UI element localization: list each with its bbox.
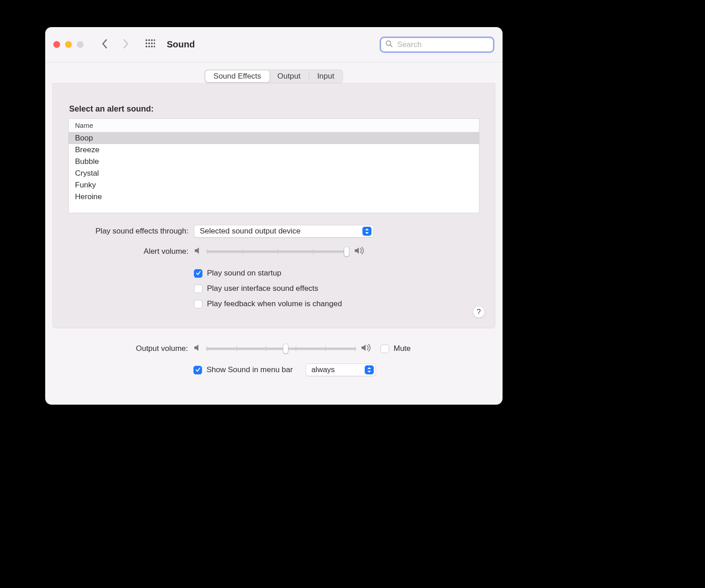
alert-sound-row[interactable]: Heroine	[69, 191, 479, 203]
list-column-name[interactable]: Name	[69, 119, 479, 132]
output-volume-label: Output volume:	[68, 344, 193, 353]
svg-point-1	[148, 39, 150, 41]
alert-volume-label: Alert volume:	[68, 247, 194, 256]
help-button[interactable]: ?	[473, 306, 485, 318]
search-icon	[385, 40, 393, 49]
svg-line-13	[390, 45, 393, 47]
menubar-when-value: always	[311, 365, 335, 374]
window-title: Sound	[167, 39, 195, 50]
svg-marker-16	[195, 247, 199, 254]
play-through-value: Selected sound output device	[200, 227, 301, 236]
alert-sound-row[interactable]: Breeze	[69, 144, 479, 156]
search-input[interactable]	[396, 40, 494, 50]
svg-point-11	[154, 46, 155, 47]
ui-sounds-checkbox[interactable]	[194, 285, 202, 293]
svg-marker-20	[367, 367, 371, 369]
svg-marker-19	[362, 345, 366, 351]
svg-point-5	[148, 42, 150, 44]
mute-checkbox[interactable]	[381, 345, 389, 353]
volume-high-icon	[361, 344, 371, 354]
alert-volume-slider[interactable]	[207, 247, 349, 256]
volume-high-icon	[354, 247, 365, 257]
select-stepper-icon	[362, 227, 371, 236]
output-volume-slider[interactable]	[206, 345, 356, 353]
svg-point-8	[146, 46, 147, 47]
svg-marker-18	[194, 345, 198, 351]
sound-preferences-window: Sound Sound Effects Output Input	[45, 27, 503, 405]
tab-input[interactable]: Input	[309, 70, 343, 82]
tab-sound-effects[interactable]: Sound Effects	[205, 70, 269, 82]
svg-point-3	[154, 39, 155, 41]
zoom-window-button[interactable]	[77, 41, 84, 48]
alert-sound-row[interactable]: Crystal	[69, 168, 479, 179]
alert-sound-row[interactable]: Boop	[69, 132, 479, 144]
play-startup-label: Play sound on startup	[207, 269, 281, 278]
feedback-label: Play feedback when volume is changed	[207, 299, 342, 308]
play-through-label: Play sound effects through:	[68, 227, 194, 236]
titlebar: Sound	[45, 27, 503, 62]
window-controls	[53, 41, 84, 48]
feedback-checkbox[interactable]	[194, 300, 202, 308]
svg-point-6	[151, 42, 153, 44]
ui-sounds-label: Play user interface sound effects	[207, 284, 318, 293]
menubar-when-select[interactable]: always	[306, 364, 376, 376]
svg-point-2	[151, 39, 153, 41]
show-in-menubar-label: Show Sound in menu bar	[207, 365, 293, 374]
svg-point-9	[148, 46, 150, 47]
volume-low-icon	[194, 247, 202, 257]
svg-point-10	[151, 46, 153, 47]
svg-marker-17	[355, 247, 359, 254]
volume-low-icon	[193, 344, 202, 354]
close-window-button[interactable]	[53, 41, 60, 48]
mute-label: Mute	[394, 344, 411, 353]
minimize-window-button[interactable]	[65, 41, 72, 48]
svg-marker-14	[365, 229, 369, 230]
show-all-icon[interactable]	[145, 39, 155, 51]
svg-marker-21	[367, 371, 371, 373]
output-section: Output volume:	[45, 344, 503, 390]
svg-marker-15	[365, 232, 369, 234]
alert-sound-heading: Select an alert sound:	[69, 104, 479, 114]
tab-output[interactable]: Output	[269, 70, 309, 82]
search-field[interactable]	[380, 37, 494, 53]
select-stepper-icon	[365, 365, 374, 374]
alert-sound-row[interactable]: Funky	[69, 179, 479, 191]
play-through-select[interactable]: Selected sound output device	[194, 225, 374, 238]
nav-controls	[101, 39, 130, 51]
svg-point-12	[386, 41, 391, 45]
svg-point-0	[146, 39, 147, 41]
play-startup-checkbox[interactable]	[194, 269, 202, 278]
sound-effects-panel: Select an alert sound: Name BoopBreezeBu…	[52, 83, 495, 328]
show-in-menubar-checkbox[interactable]	[193, 366, 202, 374]
forward-button[interactable]	[122, 39, 130, 51]
svg-point-4	[146, 42, 147, 44]
alert-sound-list[interactable]: Name BoopBreezeBubbleCrystalFunkyHeroine	[68, 118, 479, 213]
alert-sound-row[interactable]: Bubble	[69, 156, 479, 168]
svg-point-7	[154, 42, 155, 44]
back-button[interactable]	[101, 39, 109, 51]
